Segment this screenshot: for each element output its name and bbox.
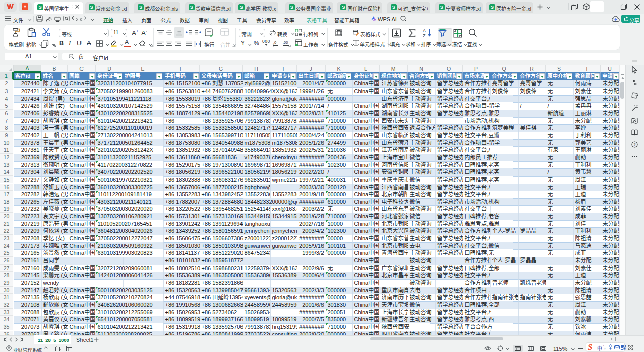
svg-text:Z: Z [423, 33, 426, 38]
svg-text:?: ? [633, 142, 636, 147]
svg-text::0: :0 [273, 40, 276, 45]
svg-text:.00: .00 [283, 40, 288, 45]
svg-text:A: A [423, 28, 426, 33]
